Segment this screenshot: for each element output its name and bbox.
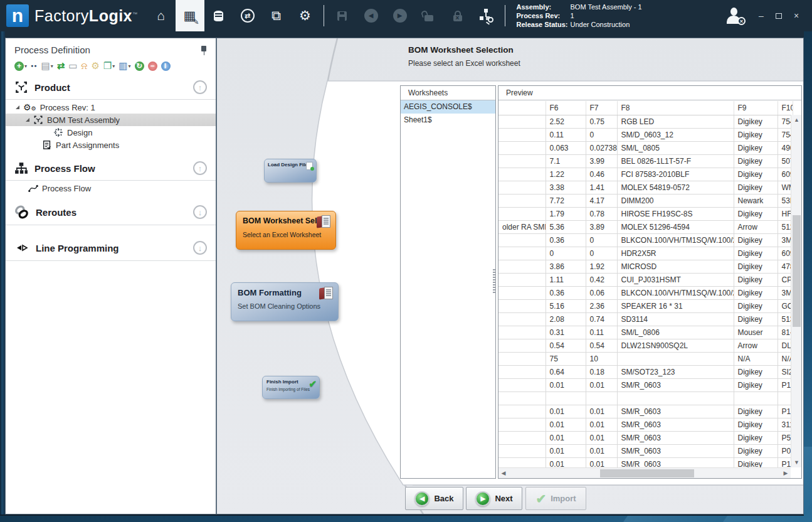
pause-icon[interactable]: ∥ <box>160 60 172 72</box>
section-reroutes[interactable]: Reroutes ↓ <box>6 200 216 223</box>
preview-cell[interactable] <box>617 352 734 365</box>
preview-cell[interactable]: 0.46 <box>586 168 617 181</box>
section-product[interactable]: Product ↑ <box>6 75 216 98</box>
preview-cell[interactable]: 0.64 <box>546 365 586 378</box>
preview-cell[interactable]: 0.54 <box>586 339 617 352</box>
preview-cell[interactable]: Digikey <box>734 233 778 247</box>
preview-cell[interactable]: 1.79 <box>546 207 586 220</box>
preview-cell[interactable]: 0.02738 <box>586 141 617 154</box>
preview-cell[interactable]: Digikey <box>734 365 778 378</box>
preview-cell[interactable] <box>498 247 546 260</box>
preview-cell[interactable]: Arrow <box>734 220 778 233</box>
material-feeder-icon[interactable] <box>204 0 233 31</box>
documents-icon[interactable]: ⧉ <box>262 0 291 31</box>
preview-cell[interactable]: HDR2X5R <box>617 247 734 260</box>
collapse-up-icon[interactable]: ↑ <box>193 80 207 94</box>
preview-cell[interactable]: SM/R_0603 <box>617 418 734 431</box>
preview-cell[interactable] <box>734 392 778 405</box>
preview-cell[interactable]: Newark <box>734 194 778 207</box>
preview-cell[interactable] <box>498 207 546 220</box>
preview-cell[interactable] <box>498 365 546 378</box>
preview-cell[interactable] <box>498 326 546 339</box>
section-line-programming[interactable]: Line Programming ↓ <box>6 235 216 259</box>
preview-cell[interactable]: Digikey <box>734 181 778 194</box>
preview-cell[interactable] <box>498 444 546 457</box>
horizontal-scrollbar[interactable]: ◀ ▶ <box>498 467 791 478</box>
preview-cell[interactable]: SM/D_0603_12 <box>617 128 734 141</box>
preview-cell[interactable]: SM/R_0603 <box>617 457 734 467</box>
preview-cell[interactable]: N/A <box>734 352 778 365</box>
dropdown-caret-icon[interactable]: ▾ <box>24 63 27 69</box>
unlock-icon[interactable] <box>414 0 443 31</box>
preview-cell[interactable]: Digikey <box>734 444 778 457</box>
preview-cell[interactable] <box>498 154 546 168</box>
preview-cell[interactable]: 0.36 <box>546 286 586 299</box>
preview-cell[interactable]: SM/SOT23_123 <box>617 365 734 378</box>
preview-cell[interactable]: BLKCON.100/VH/TM1SQ/W.100/2 <box>617 286 734 299</box>
worksheet-item[interactable]: Sheet1$ <box>401 114 495 127</box>
preview-cell[interactable]: 0.74 <box>586 312 617 326</box>
splitter-handle[interactable] <box>493 269 496 293</box>
preview-cell[interactable]: 0 <box>586 247 617 260</box>
import-button[interactable]: ✔ Import <box>525 487 586 510</box>
preview-cell[interactable]: 0.01 <box>546 405 586 418</box>
preview-cell[interactable]: 2.08 <box>546 312 586 326</box>
preview-cell[interactable]: Digikey <box>734 405 778 418</box>
preview-cell[interactable]: SM/L_0805 <box>617 141 734 154</box>
preview-cell[interactable]: 1.22 <box>546 168 586 181</box>
preview-cell[interactable]: 0.01 <box>546 457 586 467</box>
process-definition-icon[interactable]: ▦✎ <box>176 0 204 31</box>
scroll-down-icon[interactable]: ▼ <box>791 457 802 467</box>
preview-cell[interactable] <box>498 352 546 365</box>
remove-icon[interactable]: − <box>147 60 159 72</box>
preview-cell[interactable]: 0.31 <box>546 326 586 339</box>
preview-cell[interactable] <box>586 392 617 405</box>
preview-cell[interactable]: 0.01 <box>586 418 617 431</box>
preview-cell[interactable]: 3.99 <box>586 154 617 168</box>
preview-cell[interactable]: SM/R_0603 <box>617 444 734 457</box>
preview-cell[interactable]: Digikey <box>734 378 778 392</box>
preview-cell[interactable]: MOLEX 51296-4594 <box>617 220 734 233</box>
preview-cell[interactable]: 4.17 <box>586 194 617 207</box>
tree-item-bom-test-assembly[interactable]: BOM Test Assembly <box>6 114 216 126</box>
preview-cell[interactable] <box>617 392 734 405</box>
preview-cell[interactable]: 0.01 <box>586 444 617 457</box>
preview-cell[interactable] <box>498 233 546 247</box>
preview-cell[interactable]: Digikey <box>734 299 778 312</box>
preview-cell[interactable]: 1.41 <box>586 181 617 194</box>
logout-user-icon[interactable]: × <box>725 8 744 24</box>
scroll-right-icon[interactable]: ▶ <box>781 468 791 479</box>
preview-cell[interactable]: Digikey <box>734 457 778 467</box>
preview-cell[interactable] <box>498 392 546 405</box>
wizard-step-finish-import[interactable]: Finish Import Finish Importing of Files … <box>262 376 320 399</box>
preview-cell[interactable]: 0.36 <box>546 233 586 247</box>
preview-cell[interactable] <box>498 168 546 181</box>
preview-cell[interactable]: 0 <box>586 128 617 141</box>
section-process-flow[interactable]: Process Flow ↑ <box>6 156 216 179</box>
preview-cell[interactable]: 7.72 <box>546 194 586 207</box>
next-button[interactable]: ▶ Next <box>466 487 522 510</box>
preview-cell[interactable]: 3.89 <box>586 220 617 233</box>
preview-cell[interactable]: 2.36 <box>586 299 617 312</box>
preview-cell[interactable]: 0.78 <box>586 207 617 220</box>
redo-icon[interactable]: ▶ <box>386 0 414 31</box>
preview-cell[interactable]: Digikey <box>734 141 778 154</box>
preview-cell[interactable] <box>498 312 546 326</box>
preview-cell[interactable] <box>546 392 586 405</box>
maximize-button[interactable] <box>772 9 786 23</box>
pin-icon[interactable] <box>199 45 208 55</box>
preview-cell[interactable]: MOLEX 54819-0572 <box>617 181 734 194</box>
preview-cell[interactable]: 10 <box>586 352 617 365</box>
database-icon[interactable]: ▥▾ <box>117 60 132 72</box>
preview-cell[interactable]: RGB LED <box>617 115 734 128</box>
scrollbar-thumb[interactable] <box>600 469 694 477</box>
expand-down-icon[interactable]: ↓ <box>193 205 207 219</box>
preview-cell[interactable]: BEL 0826-1L1T-57-F <box>617 154 734 168</box>
minimize-button[interactable]: – <box>754 9 768 23</box>
close-button[interactable]: × <box>789 9 803 23</box>
preview-cell[interactable]: Digikey <box>734 168 778 181</box>
collapse-up-icon[interactable]: ↑ <box>193 161 207 175</box>
expand-down-icon[interactable]: ↓ <box>193 241 207 255</box>
preview-cell[interactable]: 0.01 <box>586 457 617 467</box>
wizard-step-load-design-files[interactable]: Load Design Files <box>264 159 317 183</box>
